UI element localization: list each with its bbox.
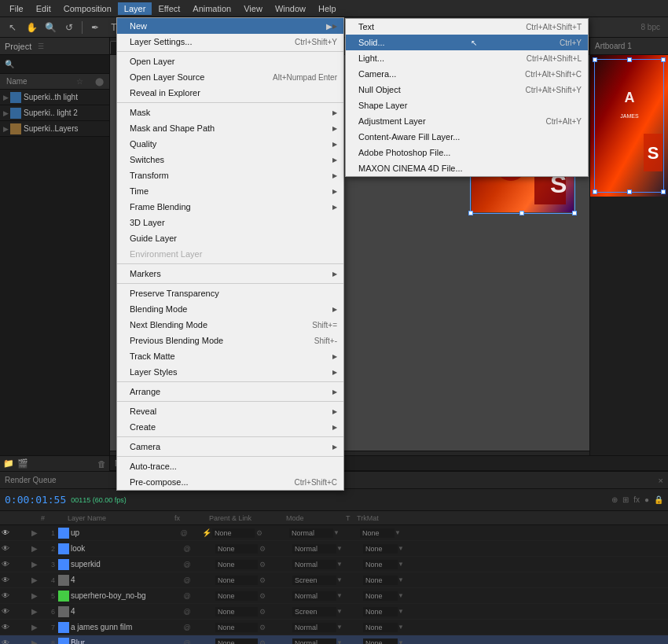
fx-2[interactable]: @ [181,545,193,553]
expand-7[interactable]: ▶ [28,623,41,631]
eye-7[interactable]: 👁 [0,623,11,631]
menu-item-next-blending[interactable]: Next Blending Mode Shift+= [117,317,343,333]
expand-4[interactable]: ▶ [28,576,41,584]
expand-8[interactable]: ▶ [28,638,41,644]
menu-help[interactable]: Help [312,2,343,15]
project-item-3[interactable]: ▶ Superki..Layers [0,121,109,137]
parent-val-4[interactable]: None [215,576,258,585]
menu-item-blending-mode[interactable]: Blending Mode [117,301,343,317]
submenu-item-shape-layer[interactable]: Shape Layer [346,98,588,113]
trk-val-2[interactable]: None [363,544,398,554]
submenu-new[interactable]: Text Ctrl+Alt+Shift+T Solid... ↖ Ctrl+Y … [345,18,589,177]
trk-dd-3[interactable]: ▼ [398,561,404,568]
parent-val-1[interactable]: None [212,528,255,538]
trk-val-1[interactable]: None [360,528,395,538]
mode-val-6[interactable]: Screen [292,607,336,616]
parent-val-6[interactable]: None [215,607,258,616]
menu-item-layer-settings[interactable]: Layer Settings... Ctrl+Shift+Y [117,34,343,50]
fx-5[interactable]: @ [181,592,193,600]
eye-5[interactable]: 👁 [0,591,11,600]
delete-icon[interactable]: 🗑 [97,459,106,469]
parent-val-7[interactable]: None [215,623,258,632]
menu-item-prev-blending[interactable]: Previous Blending Mode Shift+- [117,333,343,348]
trk-dd-1[interactable]: ▼ [395,529,401,536]
menu-item-transform[interactable]: Transform [117,167,343,183]
expand-3[interactable]: ▶ [28,560,41,569]
trk-val-7[interactable]: None [363,623,398,632]
parent-val-3[interactable]: None [215,560,258,569]
trk-val-6[interactable]: None [363,607,398,616]
mode-dd-7[interactable]: ▼ [336,624,343,631]
menu-item-new[interactable]: New ▶ [117,18,343,34]
submenu-item-camera[interactable]: Camera... Ctrl+Alt+Shift+C [346,66,588,82]
trk-dd-4[interactable]: ▼ [398,576,404,583]
mode-dd-2[interactable]: ▼ [336,545,343,552]
parent-val-5[interactable]: None [215,591,258,601]
menu-item-quality[interactable]: Quality [117,136,343,152]
timeline-close-btn[interactable]: × [659,476,663,485]
fx-1[interactable]: @ [178,529,190,537]
eye-3[interactable]: 👁 [0,560,11,569]
menu-effect[interactable]: Effect [152,2,186,15]
fx-8[interactable]: @ [181,639,193,645]
fx-3[interactable]: @ [181,561,193,569]
menu-item-3d-layer[interactable]: 3D Layer [117,215,343,230]
mode-dd-4[interactable]: ▼ [336,576,343,583]
menu-item-reveal-explorer[interactable]: Reveal in Explorer [117,85,343,101]
fx-6[interactable]: @ [181,608,193,616]
mode-val-3[interactable]: Normal [292,560,336,569]
eye-6[interactable]: 👁 [0,607,11,616]
layer-dropdown-menu[interactable]: New ▶ Layer Settings... Ctrl+Shift+Y Ope… [116,17,344,491]
parent-val-8[interactable]: None [215,638,258,645]
tl-icon5[interactable]: 🔒 [654,495,663,504]
menu-edit[interactable]: Edit [30,2,57,15]
eye-1[interactable]: 👁 [0,528,11,537]
mode-dd-5[interactable]: ▼ [336,592,343,599]
trk-dd-7[interactable]: ▼ [398,624,404,631]
submenu-item-light[interactable]: Light... Ctrl+Alt+Shift+L [346,50,588,66]
trk-dd-2[interactable]: ▼ [398,545,404,552]
menu-item-reveal[interactable]: Reveal [117,403,343,419]
eye-2[interactable]: 👁 [0,544,11,553]
menu-animation[interactable]: Animation [186,2,237,15]
submenu-item-content-aware[interactable]: Content-Aware Fill Layer... [346,129,588,145]
mode-val-7[interactable]: Normal [292,623,336,632]
menu-window[interactable]: Window [269,2,312,15]
trk-dd-8[interactable]: ▼ [398,639,404,644]
menu-item-time[interactable]: Time [117,183,343,199]
menu-item-create[interactable]: Create [117,419,343,435]
menu-item-open-layer-source[interactable]: Open Layer Source Alt+Numpad Enter [117,69,343,85]
menu-item-guide-layer[interactable]: Guide Layer [117,230,343,246]
project-item-1[interactable]: ▶ Superki..th light [0,90,109,105]
menu-item-track-matte[interactable]: Track Matte [117,348,343,364]
fx-7[interactable]: @ [181,624,193,631]
trk-val-3[interactable]: None [363,560,398,569]
menu-item-camera[interactable]: Camera [117,439,343,454]
menu-item-preserve-transparency[interactable]: Preserve Transparency [117,285,343,301]
menu-item-markers[interactable]: Markers [117,266,343,282]
tool-zoom[interactable]: 🔍 [42,20,58,35]
submenu-item-solid[interactable]: Solid... ↖ Ctrl+Y [346,35,588,50]
menu-item-arrange[interactable]: Arrange [117,384,343,399]
parent-val-2[interactable]: None [215,544,258,554]
menu-item-open-layer[interactable]: Open Layer [117,53,343,69]
tool-pen[interactable]: ✒ [87,20,103,35]
trk-val-5[interactable]: None [363,591,398,601]
eye-8[interactable]: 👁 [0,638,11,644]
menu-item-auto-trace[interactable]: Auto-trace... [117,458,343,474]
menu-file[interactable]: File [3,2,30,15]
expand-6[interactable]: ▶ [28,607,41,616]
tl-icon3[interactable]: fx [633,495,640,504]
expand-2[interactable]: ▶ [28,544,41,553]
eye-4[interactable]: 👁 [0,576,11,584]
mode-val-4[interactable]: Screen [292,576,336,585]
expand-5[interactable]: ▶ [28,591,41,600]
menu-item-mask-shape[interactable]: Mask and Shape Path [117,120,343,136]
fx-4[interactable]: @ [181,576,193,584]
menu-item-frame-blending[interactable]: Frame Blending [117,199,343,215]
new-folder-icon[interactable]: 📁 [3,458,14,469]
mode-val-5[interactable]: Normal [292,591,336,601]
submenu-item-null-object[interactable]: Null Object Ctrl+Alt+Shift+Y [346,82,588,98]
trk-val-8[interactable]: None [363,638,398,645]
expand-1[interactable]: ▶ [28,528,41,537]
